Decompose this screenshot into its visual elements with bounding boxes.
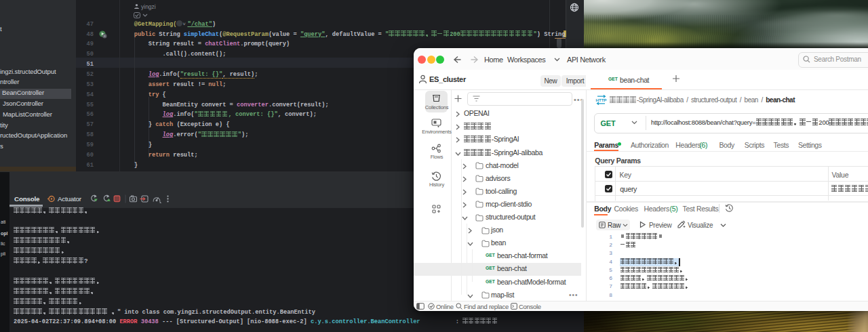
- svg-text:HTTP: HTTP: [596, 98, 607, 102]
